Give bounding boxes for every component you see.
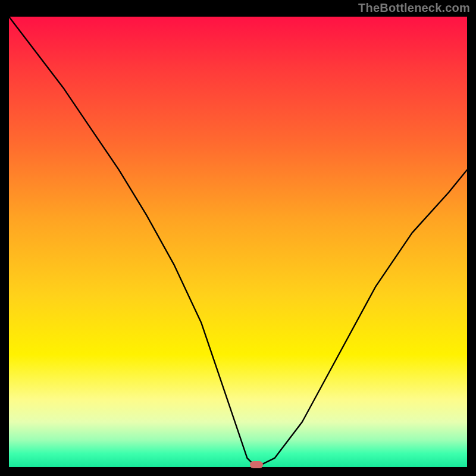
watermark-text: TheBottleneck.com (358, 1, 470, 15)
optimum-marker (250, 461, 263, 468)
bottleneck-curve (9, 17, 467, 467)
chart-frame: TheBottleneck.com (0, 0, 476, 476)
